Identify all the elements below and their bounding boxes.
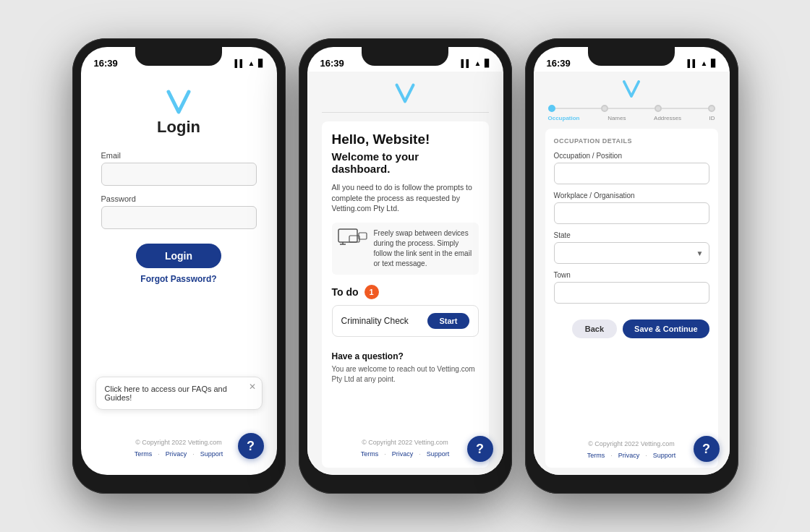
copyright-3: © Copyright 2022 Vetting.com [554,440,709,450]
dash-body: All you need to do is follow the prompts… [332,182,479,214]
workplace-label: Workplace / Organisation [554,192,709,200]
login-title: Login [157,118,200,137]
phone-3: 16:39 ▌▌ ▲ ▊ [525,38,738,494]
progress-dot-0 [548,105,555,112]
occupation-label: Occupation / Position [554,152,709,160]
login-button[interactable]: Login [136,244,221,268]
progress-step-3 [708,105,715,112]
town-input[interactable] [554,282,709,304]
progress-label-id: ID [709,115,715,121]
footer-links-3: Terms · Privacy · Support [554,452,709,459]
device-icon [338,228,367,254]
form-screen: Occupation Names Addresses ID OCCUPATION… [534,72,730,475]
home-bar-1 [146,479,211,482]
phone-1: 16:39 ▌▌ ▲ ▊ Login Email [72,38,286,494]
question-body: You are welcome to reach out to Vetting.… [332,364,479,385]
battery-icon: ▊ [258,59,264,67]
email-label: Email [101,151,257,160]
todo-header: To do 1 [332,285,479,299]
password-group: Password [101,194,257,229]
privacy-link-2[interactable]: Privacy [392,450,414,458]
device-text: Freely swap between devices during the p… [374,228,473,269]
greeting: Hello, Website! [332,132,479,147]
phone-3-notch [588,47,675,66]
support-link-2[interactable]: Support [427,450,450,458]
privacy-link-3[interactable]: Privacy [618,452,640,459]
back-button[interactable]: Back [572,319,617,338]
wifi-icon-3: ▲ [701,59,708,67]
town-label: Town [554,271,709,279]
progress-dot-1 [601,105,608,112]
section-title: OCCUPATION DETAILS [554,137,709,145]
town-field-group: Town [554,271,709,304]
home-bar-3 [599,479,664,482]
terms-link-3[interactable]: Terms [587,452,605,459]
email-input[interactable] [101,163,257,186]
dashboard-content: Hello, Website! Welcome to your dashboar… [322,121,489,468]
phone-3-screen: 16:39 ▌▌ ▲ ▊ [534,47,730,475]
brand-logo-1 [163,86,195,118]
status-time-3: 16:39 [547,58,571,69]
progress-label-occupation: Occupation [548,115,580,121]
device-row: Freely swap between devices during the p… [332,223,479,275]
footer-links-2: Terms · Privacy · Support [332,450,479,458]
form-header [545,77,718,100]
terms-link-1[interactable]: Terms [135,450,153,458]
wifi-icon: ▲ [248,59,255,67]
workplace-field-group: Workplace / Organisation [554,192,709,224]
privacy-link-1[interactable]: Privacy [166,450,187,458]
welcome: Welcome to your dashboard. [332,150,479,175]
todo-item: Criminality Check Start [332,305,479,337]
dash-divider [322,112,489,113]
copyright-2: © Copyright 2022 Vetting.com [332,439,479,449]
start-button[interactable]: Start [427,313,469,329]
status-time-2: 16:39 [320,58,344,69]
progress-label-addresses: Addresses [654,115,681,121]
signal-icon: ▌▌ [234,59,244,67]
help-button-3[interactable]: ? [694,436,720,462]
phone-1-screen: 16:39 ▌▌ ▲ ▊ Login Email [81,47,277,475]
forgot-password-link[interactable]: Forgot Password? [140,274,216,284]
progress-line-2 [662,108,708,109]
occupation-field-group: Occupation / Position [554,152,709,184]
progress-step-2 [655,105,662,112]
status-icons-2: ▌▌ ▲ ▊ [461,59,490,67]
question-section: Have a question? You are welcome to reac… [332,351,479,385]
dashboard-header [322,80,489,106]
signal-icon-3: ▌▌ [687,59,697,67]
email-group: Email [101,151,257,186]
progress-step-1 [601,105,608,112]
faq-bubble[interactable]: Click here to access our FAQs and Guides… [95,377,263,410]
progress-step-0 [548,105,555,112]
login-screen: Login Email Password Login Forgot Passwo… [81,72,277,475]
progress-line-1 [608,108,655,109]
state-field-group: State ACT NSW NT QLD SA TAS VIC [554,231,709,264]
progress-dot-2 [655,105,662,112]
progress-dot-3 [708,105,715,112]
svg-rect-2 [349,236,359,242]
password-input[interactable] [101,206,257,229]
todo-label: To do [332,286,359,298]
terms-link-2[interactable]: Terms [361,450,379,458]
home-bar-2 [372,479,438,482]
footer-links-1: Terms · Privacy · Support [135,450,223,458]
workplace-input[interactable] [554,202,709,224]
svg-rect-1 [359,233,367,239]
todo-section: To do 1 Criminality Check Start [332,285,479,337]
btn-row: Back Save & Continue [554,319,709,338]
support-link-1[interactable]: Support [200,450,223,458]
help-button-1[interactable]: ? [238,433,264,459]
todo-badge: 1 [364,285,379,299]
phone-1-notch [135,47,222,66]
save-continue-button[interactable]: Save & Continue [623,319,709,338]
help-button-2[interactable]: ? [467,436,493,462]
occupation-input[interactable] [554,163,709,184]
support-link-3[interactable]: Support [653,452,676,459]
state-label: State [554,231,709,239]
state-select[interactable]: ACT NSW NT QLD SA TAS VIC WA [554,242,709,264]
copyright-1: © Copyright 2022 Vetting.com [135,439,223,449]
faq-close-icon[interactable]: ✕ [249,382,256,392]
battery-icon-2: ▊ [485,59,490,67]
password-label: Password [101,194,257,203]
status-icons-1: ▌▌ ▲ ▊ [234,59,263,67]
